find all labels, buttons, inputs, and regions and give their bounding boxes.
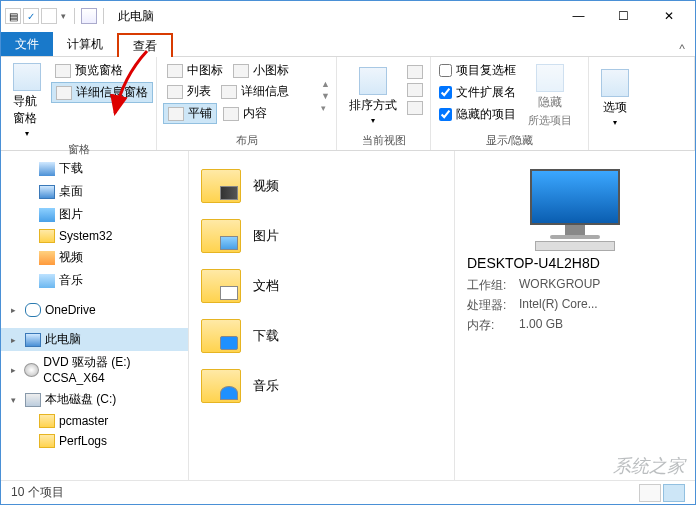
hide-icon (536, 64, 564, 92)
folder-icon (39, 434, 55, 448)
ribbon-group-current-view: 排序方式 ▾ 当前视图 (337, 57, 431, 150)
ribbon-group-show-hide: 项目复选框 文件扩展名 隐藏的项目 隐藏 所选项目 显示/隐藏 (431, 57, 589, 150)
videos-icon (39, 251, 55, 265)
window-controls: — ☐ ✕ (556, 2, 691, 30)
layout-list[interactable]: 列表 (163, 82, 215, 101)
view-details-button[interactable] (639, 484, 661, 502)
ribbon-group-label (595, 134, 688, 148)
add-columns-icon[interactable] (407, 83, 423, 97)
scroll-up-icon[interactable]: ▲ (321, 79, 330, 89)
onedrive-icon (25, 303, 41, 317)
options-button[interactable]: 选项 ▾ (595, 61, 635, 134)
this-pc-icon (81, 8, 97, 24)
list-item-videos[interactable]: 视频 (195, 161, 448, 211)
ribbon: 导航窗格 ▾ 预览窗格 详细信息窗格 窗格 中图标 小图标 列表 详细信息 (1, 57, 695, 151)
ribbon-group-label: 显示/隐藏 (437, 131, 582, 148)
preview-pane-button[interactable]: 预览窗格 (51, 61, 153, 80)
tab-file[interactable]: 文件 (1, 32, 53, 56)
computer-icon (520, 169, 630, 239)
tree-pcmaster[interactable]: pcmaster (1, 411, 188, 431)
size-columns-icon[interactable] (407, 101, 423, 115)
hdd-icon (25, 393, 41, 407)
tree-local-disk[interactable]: ▾本地磁盘 (C:) (1, 388, 188, 411)
folder-videos-icon (201, 169, 241, 203)
tree-downloads[interactable]: 下载 (1, 157, 188, 180)
content-icon (223, 107, 239, 121)
options-icon (601, 69, 629, 97)
content-area: 下载 桌面 图片 System32 视频 音乐 ▸OneDrive ▸此电脑 ▸… (1, 151, 695, 480)
tree-desktop[interactable]: 桌面 (1, 180, 188, 203)
group-by-icon[interactable] (407, 65, 423, 79)
details-pane-icon (56, 86, 72, 100)
hide-selected-button[interactable]: 隐藏 所选项目 (522, 61, 578, 131)
separator (103, 8, 104, 24)
layout-small-icons[interactable]: 小图标 (229, 61, 293, 80)
downloads-icon (39, 162, 55, 176)
tree-system32[interactable]: System32 (1, 226, 188, 246)
maximize-button[interactable]: ☐ (601, 2, 646, 30)
list-item-documents[interactable]: 文档 (195, 261, 448, 311)
tree-perflogs[interactable]: PerfLogs (1, 431, 188, 451)
qat-checkbox-icon[interactable]: ✓ (23, 8, 39, 24)
folder-music-icon (201, 369, 241, 403)
hidden-items-toggle[interactable]: 隐藏的项目 (437, 105, 518, 124)
detail-row: 处理器:Intel(R) Core... (467, 297, 683, 314)
item-checkboxes-toggle[interactable]: 项目复选框 (437, 61, 518, 80)
tree-onedrive[interactable]: ▸OneDrive (1, 300, 188, 320)
qat-properties-icon[interactable]: ▤ (5, 8, 21, 24)
list-icon (167, 85, 183, 99)
folder-pictures-icon (201, 219, 241, 253)
qat-new-icon[interactable] (41, 8, 57, 24)
details-icon (221, 85, 237, 99)
title-bar: ▤ ✓ ▾ 此电脑 — ☐ ✕ (1, 1, 695, 31)
ribbon-group-label: 当前视图 (343, 131, 424, 148)
layout-tiles[interactable]: 平铺 (163, 103, 217, 124)
tab-view[interactable]: 查看 (117, 33, 173, 57)
this-pc-icon (25, 333, 41, 347)
sort-by-button[interactable]: 排序方式 ▾ (343, 61, 403, 131)
qat-dropdown-icon[interactable]: ▾ (59, 11, 68, 21)
pictures-icon (39, 208, 55, 222)
item-count: 10 个项目 (11, 484, 64, 501)
details-pane: DESKTOP-U4L2H8D 工作组:WORKGROUP 处理器:Intel(… (455, 151, 695, 480)
list-item-downloads[interactable]: 下载 (195, 311, 448, 361)
separator (74, 8, 75, 24)
tree-dvd-drive[interactable]: ▸DVD 驱动器 (E:) CCSA_X64 (1, 351, 188, 388)
navigation-tree[interactable]: 下载 桌面 图片 System32 视频 音乐 ▸OneDrive ▸此电脑 ▸… (1, 151, 189, 480)
navigation-pane-button[interactable]: 导航窗格 ▾ (7, 61, 47, 140)
scroll-more-icon[interactable]: ▾ (321, 103, 330, 113)
ribbon-group-panes: 导航窗格 ▾ 预览窗格 详细信息窗格 窗格 (1, 57, 157, 150)
close-button[interactable]: ✕ (646, 2, 691, 30)
file-extensions-toggle[interactable]: 文件扩展名 (437, 83, 518, 102)
layout-details[interactable]: 详细信息 (217, 82, 293, 101)
preview-pane-label: 预览窗格 (75, 62, 123, 79)
details-pane-button[interactable]: 详细信息窗格 (51, 82, 153, 103)
dvd-icon (24, 363, 39, 377)
list-item-music[interactable]: 音乐 (195, 361, 448, 411)
view-switcher (639, 484, 685, 502)
file-list[interactable]: 视频 图片 文档 下载 音乐 (189, 151, 455, 480)
sort-by-label: 排序方式 (349, 97, 397, 114)
minimize-button[interactable]: — (556, 2, 601, 30)
navigation-pane-label: 导航窗格 (13, 93, 41, 127)
quick-access-toolbar: ▤ ✓ ▾ (5, 8, 68, 24)
computer-name: DESKTOP-U4L2H8D (467, 255, 683, 271)
tree-music[interactable]: 音乐 (1, 269, 188, 292)
ribbon-group-options: 选项 ▾ (589, 57, 695, 150)
options-label: 选项 (603, 99, 627, 116)
detail-row: 工作组:WORKGROUP (467, 277, 683, 294)
layout-content[interactable]: 内容 (219, 103, 271, 124)
chevron-down-icon: ▾ (613, 118, 617, 127)
layout-medium-icons[interactable]: 中图标 (163, 61, 227, 80)
view-large-icons-button[interactable] (663, 484, 685, 502)
tab-computer[interactable]: 计算机 (53, 32, 117, 56)
tree-this-pc[interactable]: ▸此电脑 (1, 328, 188, 351)
tree-videos[interactable]: 视频 (1, 246, 188, 269)
status-bar: 10 个项目 (1, 480, 695, 504)
chevron-down-icon: ▾ (371, 116, 375, 125)
list-item-pictures[interactable]: 图片 (195, 211, 448, 261)
ribbon-collapse-button[interactable]: ^ (669, 42, 695, 56)
tree-pictures[interactable]: 图片 (1, 203, 188, 226)
scroll-down-icon[interactable]: ▼ (321, 91, 330, 101)
tiles-icon (168, 107, 184, 121)
